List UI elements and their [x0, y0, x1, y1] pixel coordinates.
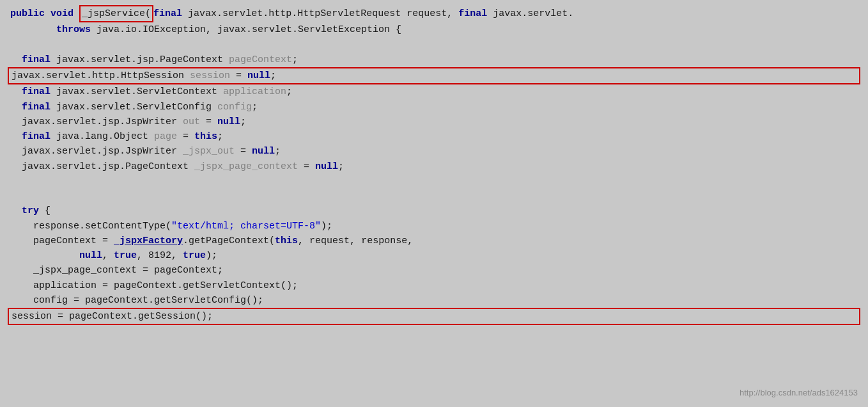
- highlight-jspservice: _jspService(: [79, 5, 153, 22]
- code-line-6: final javax.servlet.ServletConfig config…: [10, 100, 858, 115]
- watermark: http://blog.csdn.net/ads1624153: [740, 387, 858, 399]
- code-line-17: config = pageContext.getServletConfig();: [10, 293, 858, 308]
- blank-line-2: [10, 174, 858, 189]
- code-area: public void _jspService(final javax.serv…: [0, 0, 868, 407]
- code-line-18-highlighted: session = pageContext.getSession();: [8, 308, 860, 325]
- code-line-2: throws java.io.IOException, javax.servle…: [10, 22, 858, 37]
- code-line-9: javax.servlet.jsp.JspWriter _jspx_out = …: [10, 144, 858, 159]
- code-line-13: pageContext = _jspxFactory.getPageContex…: [10, 234, 858, 248]
- blank-line-1: [10, 38, 858, 52]
- blank-line-3: [10, 189, 858, 204]
- code-line-15: _jspx_page_context = pageContext;: [10, 263, 858, 278]
- code-line-5: final javax.servlet.ServletContext appli…: [10, 84, 858, 99]
- code-line-16: application = pageContext.getServletCont…: [10, 278, 858, 293]
- code-line-7: javax.servlet.jsp.JspWriter out = null;: [10, 115, 858, 129]
- code-line-10: javax.servlet.jsp.PageContext _jspx_page…: [10, 159, 858, 174]
- code-line-4-highlighted: javax.servlet.http.HttpSession session =…: [8, 67, 860, 84]
- code-line-11: try {: [10, 204, 858, 218]
- code-line-12: response.setContentType("text/html; char…: [10, 219, 858, 234]
- code-line-8: final java.lang.Object page = this;: [10, 129, 858, 144]
- code-line-14: null, true, 8192, true);: [10, 248, 858, 263]
- code-line-3: final javax.servlet.jsp.PageContext page…: [10, 52, 858, 67]
- code-line-1: public void _jspService(final javax.serv…: [10, 5, 858, 22]
